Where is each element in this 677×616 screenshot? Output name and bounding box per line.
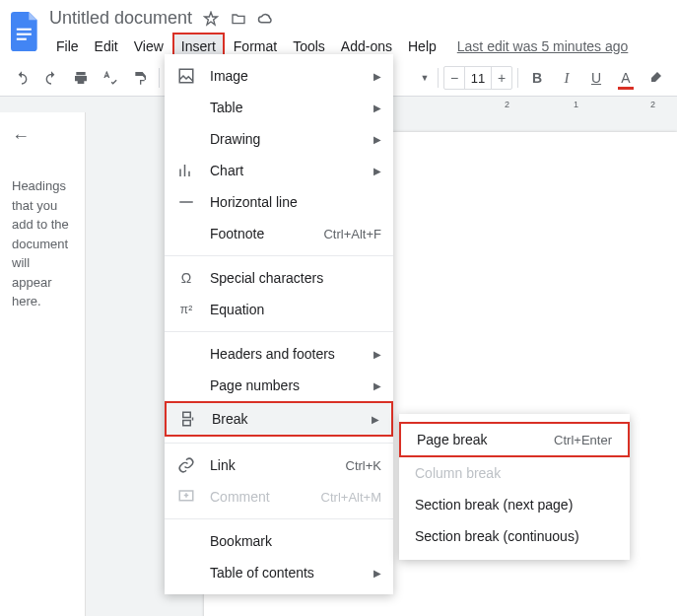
insert-toc[interactable]: Table of contents ▶ xyxy=(165,557,393,588)
svg-rect-0 xyxy=(17,29,32,31)
insert-horizontal-line[interactable]: Horizontal line xyxy=(165,186,393,218)
omega-icon: Ω xyxy=(176,268,196,288)
break-section-continuous[interactable]: Section break (continuous) xyxy=(399,520,630,552)
cloud-status-icon[interactable] xyxy=(257,10,275,28)
chevron-right-icon: ▶ xyxy=(372,414,379,425)
spellcheck-button[interactable] xyxy=(97,64,124,92)
chevron-right-icon: ▶ xyxy=(373,349,381,360)
svg-rect-2 xyxy=(17,38,27,40)
paint-format-button[interactable] xyxy=(126,64,154,92)
last-edit-link[interactable]: Last edit was 5 minutes ago xyxy=(457,38,629,54)
svg-rect-3 xyxy=(179,69,193,83)
star-icon[interactable] xyxy=(202,10,220,28)
chevron-right-icon: ▶ xyxy=(373,103,381,113)
underline-button[interactable]: U xyxy=(582,64,610,92)
menu-edit[interactable]: Edit xyxy=(88,34,125,58)
chevron-right-icon: ▶ xyxy=(373,166,381,176)
insert-headers-footers[interactable]: Headers and footers ▶ xyxy=(165,338,393,370)
pi-icon: π² xyxy=(176,300,196,319)
font-size-control: − 11 + xyxy=(443,66,512,90)
insert-image[interactable]: Image ▶ xyxy=(165,60,393,92)
chart-icon xyxy=(176,161,196,180)
insert-break[interactable]: Break ▶ xyxy=(165,401,393,437)
undo-button[interactable] xyxy=(8,64,35,92)
insert-chart[interactable]: Chart ▶ xyxy=(165,155,393,186)
chevron-right-icon: ▶ xyxy=(373,380,381,391)
document-title[interactable]: Untitled document xyxy=(49,8,192,29)
move-folder-icon[interactable] xyxy=(230,10,247,28)
styles-dropdown[interactable]: ▼ xyxy=(415,64,433,92)
chevron-right-icon: ▶ xyxy=(373,71,381,82)
insert-page-numbers[interactable]: Page numbers ▶ xyxy=(165,370,393,401)
outline-back-icon[interactable]: ← xyxy=(12,126,73,147)
menu-help[interactable]: Help xyxy=(401,34,443,58)
docs-logo-icon[interactable] xyxy=(8,8,43,55)
redo-button[interactable] xyxy=(37,64,65,92)
outline-placeholder: Headings that you add to the document wi… xyxy=(12,176,73,311)
insert-drawing[interactable]: Drawing ▶ xyxy=(165,123,393,155)
outline-panel: ← Headings that you add to the document … xyxy=(0,112,86,616)
comment-icon xyxy=(176,487,196,507)
break-submenu: Page break Ctrl+Enter Column break Secti… xyxy=(399,414,630,560)
text-color-button[interactable]: A xyxy=(612,64,640,92)
insert-link[interactable]: Link Ctrl+K xyxy=(165,449,393,481)
link-icon xyxy=(176,455,196,475)
image-icon xyxy=(176,66,196,86)
insert-equation[interactable]: π² Equation xyxy=(165,294,393,325)
italic-button[interactable]: I xyxy=(553,64,580,92)
bold-button[interactable]: B xyxy=(523,64,551,92)
break-column-break: Column break xyxy=(399,457,630,489)
horizontal-line-icon xyxy=(176,192,196,212)
svg-rect-1 xyxy=(17,34,32,35)
menu-file[interactable]: File xyxy=(49,34,86,58)
font-size-decrease[interactable]: − xyxy=(444,70,464,86)
chevron-right-icon: ▶ xyxy=(373,134,381,145)
insert-comment: Comment Ctrl+Alt+M xyxy=(165,481,393,513)
print-button[interactable] xyxy=(67,64,95,92)
break-icon xyxy=(178,409,198,429)
break-section-next-page[interactable]: Section break (next page) xyxy=(399,489,630,520)
font-size-value[interactable]: 11 xyxy=(464,67,492,89)
insert-table[interactable]: Table ▶ xyxy=(165,92,393,123)
insert-footnote[interactable]: Footnote Ctrl+Alt+F xyxy=(165,218,393,249)
chevron-right-icon: ▶ xyxy=(373,568,381,579)
break-page-break[interactable]: Page break Ctrl+Enter xyxy=(399,422,630,457)
highlight-button[interactable] xyxy=(642,64,669,92)
header: Untitled document File Edit View Insert … xyxy=(0,0,677,60)
insert-dropdown: Image ▶ Table ▶ Drawing ▶ Chart ▶ Horizo… xyxy=(165,54,393,594)
insert-bookmark[interactable]: Bookmark xyxy=(165,525,393,557)
font-size-increase[interactable]: + xyxy=(492,70,511,86)
insert-special-chars[interactable]: Ω Special characters xyxy=(165,262,393,294)
